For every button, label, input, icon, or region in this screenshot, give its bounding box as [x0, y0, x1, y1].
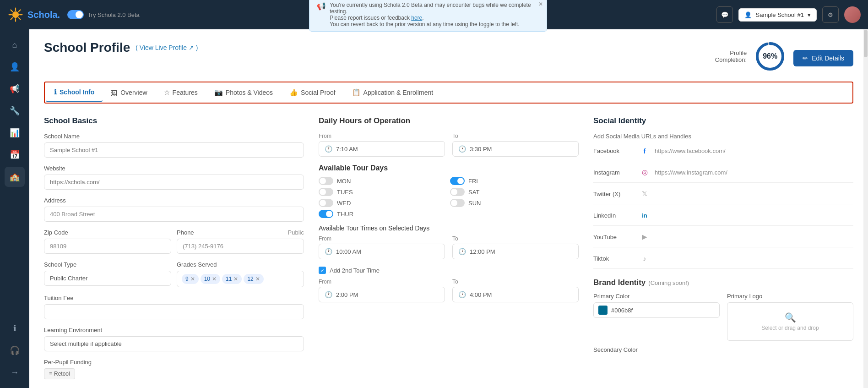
- edit-icon: ✏: [803, 55, 808, 62]
- facebook-value[interactable]: https://www.facebook.com/: [655, 148, 726, 154]
- sidebar-item-support[interactable]: 🎧: [5, 340, 25, 361]
- sidebar-item-users[interactable]: 👤: [5, 57, 25, 77]
- school-selector-icon: 👤: [744, 11, 752, 18]
- tab-school-info[interactable]: ℹ School Info: [46, 83, 103, 102]
- sidebar-item-go[interactable]: →: [5, 362, 25, 383]
- view-live-link[interactable]: ( View Live Profile ↗ ): [136, 44, 198, 51]
- primary-color-field[interactable]: #006b8f: [593, 302, 720, 318]
- tab-application-enrollment[interactable]: 📋 Application & Enrollment: [344, 83, 442, 102]
- tiktok-label: Tiktok: [593, 255, 635, 262]
- grade-tag-12: 12 ✕: [244, 274, 263, 284]
- completion-text: ProfileCompletion:: [715, 49, 747, 63]
- add-2nd-tour-checkbox[interactable]: ✓: [319, 267, 326, 274]
- completion-percent: 96%: [763, 52, 777, 60]
- tour-day-sun: SUN: [450, 199, 579, 207]
- content-grid: School Basics School Name Website Addres…: [44, 116, 853, 387]
- instagram-value[interactable]: https://www.instagram.com/: [655, 169, 727, 176]
- chat-button[interactable]: 💬: [716, 6, 733, 23]
- edit-details-button[interactable]: ✏ Edit Details: [793, 50, 853, 66]
- clock-from-icon: 🕐: [325, 145, 332, 153]
- tour2-from-input[interactable]: 🕐 2:00 PM: [319, 287, 445, 302]
- school-name-group: School Name: [44, 133, 304, 158]
- grade-11-remove[interactable]: ✕: [233, 276, 238, 282]
- grade-tag-9: 9 ✕: [182, 274, 199, 284]
- school-type-group: School Type Public Charter: [44, 261, 171, 287]
- photos-icon: 📷: [214, 88, 223, 97]
- sidebar-item-tools[interactable]: 🔧: [5, 101, 25, 121]
- toggle-sun[interactable]: [450, 199, 465, 207]
- sidebar-item-school-profile[interactable]: 🏫: [5, 167, 25, 187]
- tour2-to-input[interactable]: 🕐 4:00 PM: [452, 287, 579, 302]
- learning-select[interactable]: Select multiple if applicable: [44, 336, 304, 351]
- primary-color-swatch: [598, 306, 608, 315]
- school-type-label: School Type: [44, 261, 171, 268]
- sidebar-item-home[interactable]: ⌂: [5, 35, 25, 55]
- hours-from-input[interactable]: 🕐 7:10 AM: [319, 141, 445, 157]
- school-name-input[interactable]: [44, 142, 304, 158]
- grade-9-remove[interactable]: ✕: [190, 276, 195, 282]
- grades-input[interactable]: 9 ✕ 10 ✕ 11 ✕ 12 ✕: [177, 271, 304, 287]
- social-youtube-row: YouTube ▶: [593, 231, 853, 247]
- phone-input[interactable]: [177, 239, 304, 254]
- toggle-wed[interactable]: [319, 199, 333, 207]
- toggle-thur[interactable]: [319, 210, 333, 218]
- zip-input[interactable]: [44, 239, 171, 254]
- school-selector-label: Sample School #1: [755, 11, 804, 18]
- banner-link[interactable]: here: [411, 15, 422, 21]
- toggle-tue[interactable]: [319, 188, 333, 196]
- svg-line-5: [11, 10, 13, 12]
- beta-banner: 📢 You're currently using Schola 2.0 Beta…: [309, 0, 547, 32]
- website-input[interactable]: [44, 175, 304, 190]
- scroll-thumb[interactable]: [864, 30, 868, 57]
- tab-social-proof[interactable]: 👍 Social Proof: [281, 83, 343, 102]
- toggle-sat[interactable]: [450, 188, 465, 196]
- svg-line-8: [11, 18, 13, 20]
- tour-to-input[interactable]: 🕐 12:00 PM: [452, 244, 579, 259]
- tab-photos-videos[interactable]: 📷 Photos & Videos: [206, 83, 281, 102]
- zip-group: Zip Code: [44, 229, 171, 254]
- beta-switch[interactable]: [67, 10, 84, 19]
- tab-features[interactable]: ☆ Features: [156, 83, 206, 102]
- sidebar-item-announcements[interactable]: 📢: [5, 79, 25, 99]
- tour-day-wed: WED: [319, 199, 447, 207]
- school-selector[interactable]: 👤 Sample School #1 ▾: [738, 8, 817, 22]
- grade-12-remove[interactable]: ✕: [255, 276, 260, 282]
- social-identity-subtitle: Add Social Media URLs and Handles: [593, 133, 853, 140]
- logo[interactable]: Schola.: [7, 6, 60, 23]
- hours-to-input[interactable]: 🕐 3:30 PM: [452, 141, 579, 157]
- tuition-select[interactable]: [44, 304, 304, 319]
- completion-area: ProfileCompletion: 96% ✏ Edit Details: [715, 40, 853, 72]
- sidebar-item-info[interactable]: ℹ: [5, 318, 25, 339]
- scrollbar[interactable]: [863, 29, 868, 388]
- tour-day-sat: SAT: [450, 188, 579, 196]
- page-title-area: School Profile ( View Live Profile ↗ ): [44, 40, 198, 55]
- linkedin-icon: in: [639, 210, 650, 221]
- school-type-select[interactable]: Public Charter: [44, 271, 171, 286]
- avatar[interactable]: [844, 6, 861, 23]
- address-input[interactable]: [44, 207, 304, 222]
- toggle-mon[interactable]: [319, 177, 333, 185]
- day-sun-label: SUN: [468, 200, 481, 207]
- grade-10-remove[interactable]: ✕: [212, 276, 217, 282]
- banner-close[interactable]: ✕: [538, 1, 543, 7]
- sidebar: ⌂ 👤 📢 🔧 📊 📅 🏫 ℹ 🎧 →: [0, 29, 29, 388]
- tour-from-input[interactable]: 🕐 10:00 AM: [319, 244, 445, 259]
- sidebar-item-analytics[interactable]: 📊: [5, 123, 25, 143]
- day-sat-label: SAT: [468, 189, 479, 196]
- tab-overview[interactable]: 🖼 Overview: [103, 83, 155, 102]
- settings-button[interactable]: ⚙: [822, 6, 839, 23]
- primary-logo-label: Primary Logo: [727, 293, 853, 300]
- overview-icon: 🖼: [111, 89, 118, 97]
- sidebar-item-calendar[interactable]: 📅: [5, 145, 25, 165]
- twitter-label: Twitter (X): [593, 191, 635, 197]
- tour-day-mon: MON: [319, 177, 447, 185]
- social-tiktok-row: Tiktok ♪: [593, 253, 853, 269]
- toggle-fri[interactable]: [450, 177, 465, 185]
- add-2nd-tour-label: Add 2nd Tour Time: [330, 267, 380, 274]
- grade-tag-11: 11 ✕: [222, 274, 242, 284]
- banner-text2: Please report issues or feedback here.: [330, 15, 539, 21]
- logo-drop-area[interactable]: 🔍 Select or drag and drop: [727, 302, 853, 341]
- grades-group: Grades Served 9 ✕ 10 ✕ 11 ✕ 12 ✕: [177, 261, 304, 287]
- beta-toggle[interactable]: Try Schola 2.0 Beta: [67, 10, 140, 19]
- tuition-group: Tuition Fee: [44, 295, 304, 319]
